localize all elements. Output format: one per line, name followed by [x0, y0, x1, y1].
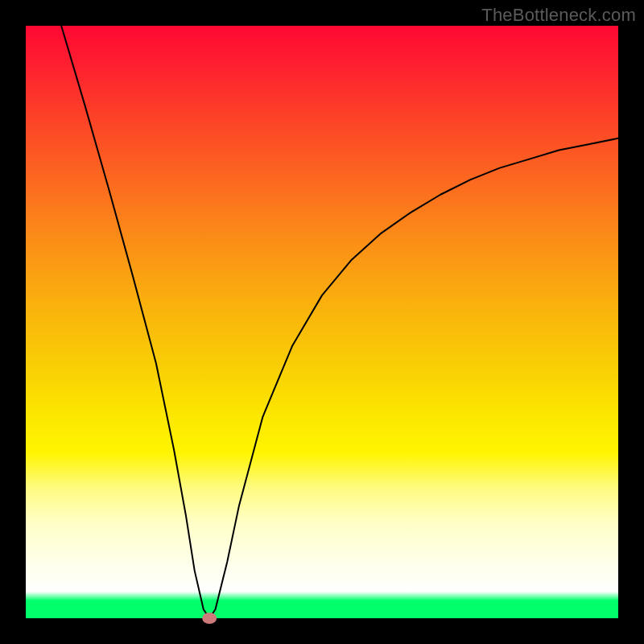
watermark-text: TheBottleneck.com: [481, 5, 636, 26]
plot-area: [26, 26, 618, 618]
chart-svg: [26, 26, 618, 618]
chart-frame: TheBottleneck.com: [0, 0, 644, 644]
bottleneck-curve: [61, 26, 618, 618]
minimum-marker: [202, 613, 217, 624]
